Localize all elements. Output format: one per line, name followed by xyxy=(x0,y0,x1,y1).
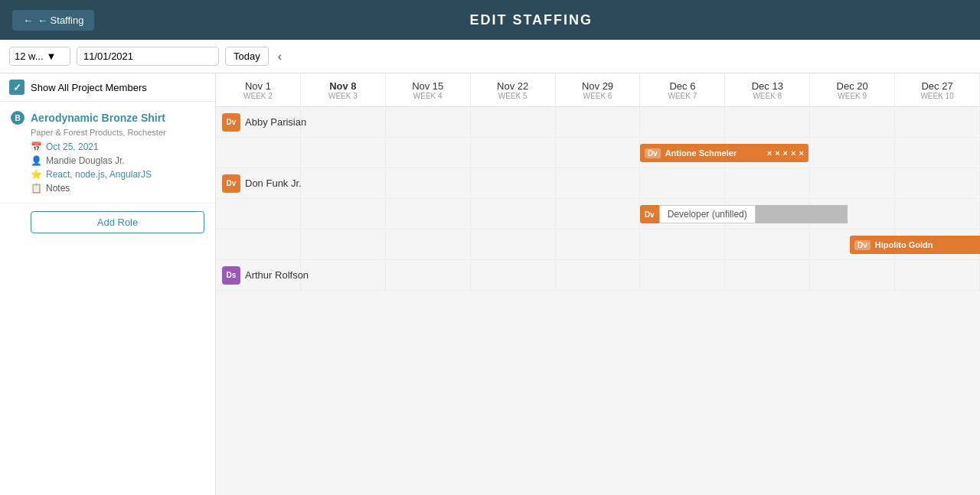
gantt-cell xyxy=(895,138,980,168)
back-button[interactable]: ← ← Staffing xyxy=(12,10,94,31)
gantt-cell xyxy=(301,168,386,198)
back-arrow: ← xyxy=(23,15,33,26)
week-label-8: WEEK 9 xyxy=(838,92,867,100)
person-icon: 👤 xyxy=(31,155,41,166)
week-label-4: WEEK 5 xyxy=(498,92,528,100)
gantt-cell xyxy=(895,260,980,290)
page-title: EDIT STAFFING xyxy=(94,12,968,28)
week-col-1: Nov 1 WEEK 2 xyxy=(216,73,301,106)
gantt-cell xyxy=(216,199,301,229)
week-date-8: Dec 20 xyxy=(837,80,868,92)
week-select[interactable]: 12 w... ▼ xyxy=(9,47,70,66)
person-name: Arthur Rolfson xyxy=(245,269,309,281)
gantt-cell xyxy=(640,168,725,198)
show-members-checkbox[interactable]: ✓ xyxy=(9,80,24,95)
date-input[interactable] xyxy=(77,47,219,66)
gantt-cell xyxy=(386,107,471,137)
gantt-cell xyxy=(725,260,810,290)
week-col-8: Dec 20 WEEK 9 xyxy=(810,73,895,106)
unfilled-bar: Dv Developer (unfilled) xyxy=(640,205,848,223)
project-subtitle: Paper & Forest Products, Rochester xyxy=(31,128,204,137)
gantt-cell xyxy=(810,138,895,168)
gantt-cell xyxy=(386,230,471,259)
close-icon[interactable]: × xyxy=(783,148,788,158)
staffing-bar-partial[interactable]: Dv Hipolito Goldn xyxy=(850,236,980,254)
gantt-cell xyxy=(556,199,641,229)
week-label-6: WEEK 7 xyxy=(668,92,697,100)
project-notes[interactable]: Notes xyxy=(46,183,70,194)
gantt-cell xyxy=(386,199,471,229)
gantt-cell xyxy=(471,107,556,137)
project-date: Oct 25, 2021 xyxy=(46,142,99,152)
gantt-cell xyxy=(810,168,895,198)
meta-notes-row: 📋 Notes xyxy=(31,183,204,194)
week-col-5: Nov 29 WEEK 6 xyxy=(556,73,641,106)
gantt-cell xyxy=(895,199,980,229)
close-icon[interactable]: × xyxy=(775,148,779,158)
week-value: 12 w... xyxy=(15,50,44,62)
gantt-cell xyxy=(810,107,895,137)
person-label: Dv Abby Parisian xyxy=(216,113,312,132)
project-skills: React, node.js, AngularJS xyxy=(46,169,152,180)
meta-manager-row: 👤 Mandie Douglas Jr. xyxy=(31,155,204,166)
week-col-3: Nov 15 WEEK 4 xyxy=(386,73,471,106)
week-date-9: Dec 27 xyxy=(921,80,952,92)
table-row: Ds Arthur Rolfson xyxy=(216,260,980,291)
calendar-icon: 📅 xyxy=(31,142,41,152)
sidebar: ✓ Show All Project Members B Aerodynamic… xyxy=(0,73,216,495)
today-button[interactable]: Today xyxy=(225,47,269,66)
table-row: Dv Antione Schmeler × × × × × xyxy=(216,138,980,168)
person-badge: Dv xyxy=(854,240,871,250)
add-role-button[interactable]: Add Role xyxy=(31,211,204,233)
close-icon[interactable]: × xyxy=(767,148,772,158)
week-label-7: WEEK 8 xyxy=(753,92,782,100)
close-icon[interactable]: × xyxy=(791,148,795,158)
check-icon: ✓ xyxy=(13,82,21,93)
staffing-bar[interactable]: Dv Antione Schmeler × × × × × xyxy=(640,144,808,162)
close-icons: × × × × × xyxy=(767,148,804,158)
gantt-cell xyxy=(386,168,471,198)
gantt-cell xyxy=(301,199,386,229)
star-icon: ⭐ xyxy=(31,169,41,180)
week-col-9: Dec 27 WEEK 10 xyxy=(895,73,980,106)
unfilled-fill xyxy=(756,205,848,223)
gantt-cell xyxy=(556,107,641,137)
gantt-cell xyxy=(640,230,725,259)
week-col-4: Nov 22 WEEK 5 xyxy=(471,73,556,106)
show-members-row: ✓ Show All Project Members xyxy=(0,73,215,102)
person-badge: Dv xyxy=(222,174,240,193)
gantt-cell xyxy=(640,260,725,290)
week-date-2: Nov 8 xyxy=(329,80,356,92)
person-label: Ds Arthur Rolfson xyxy=(216,266,315,285)
week-date-1: Nov 1 xyxy=(245,80,271,92)
gantt-area: Nov 1 WEEK 2 Nov 8 WEEK 3 Nov 15 WEEK 4 … xyxy=(216,73,980,495)
meta-skills-row: ⭐ React, node.js, AngularJS xyxy=(31,169,204,180)
person-label: Dv Don Funk Jr. xyxy=(216,174,308,193)
gantt-cell xyxy=(471,199,556,229)
week-col-7: Dec 13 WEEK 8 xyxy=(725,73,810,106)
close-icon[interactable]: × xyxy=(799,148,803,158)
gantt-cell xyxy=(556,230,641,259)
gantt-cell xyxy=(556,138,641,168)
back-label: ← Staffing xyxy=(38,15,83,26)
project-card: B Aerodynamic Bronze Shirt Paper & Fores… xyxy=(0,102,215,204)
gantt-cell xyxy=(386,138,471,168)
table-row: Dv Abby Parisian xyxy=(216,107,980,138)
unfilled-label: Developer (unfilled) xyxy=(659,205,756,223)
week-date-6: Dec 6 xyxy=(669,80,695,92)
project-manager: Mandie Douglas Jr. xyxy=(46,155,125,166)
gantt-cell xyxy=(386,260,471,290)
main-layout: ✓ Show All Project Members B Aerodynamic… xyxy=(0,73,980,495)
gantt-cell xyxy=(216,230,301,259)
toolbar: 12 w... ▼ Today ‹ xyxy=(0,40,980,73)
week-date-4: Nov 22 xyxy=(497,80,528,92)
gantt-cell xyxy=(725,168,810,198)
week-label-3: WEEK 4 xyxy=(413,92,443,100)
person-name: Don Funk Jr. xyxy=(245,177,302,189)
week-label-5: WEEK 6 xyxy=(583,92,612,100)
prev-arrow[interactable]: ‹ xyxy=(275,50,285,64)
bar-person-name: Antione Schmeler xyxy=(665,148,737,158)
gantt-cell xyxy=(810,260,895,290)
week-date-3: Nov 15 xyxy=(412,80,443,92)
project-meta: 📅 Oct 25, 2021 👤 Mandie Douglas Jr. ⭐ Re… xyxy=(31,142,204,194)
